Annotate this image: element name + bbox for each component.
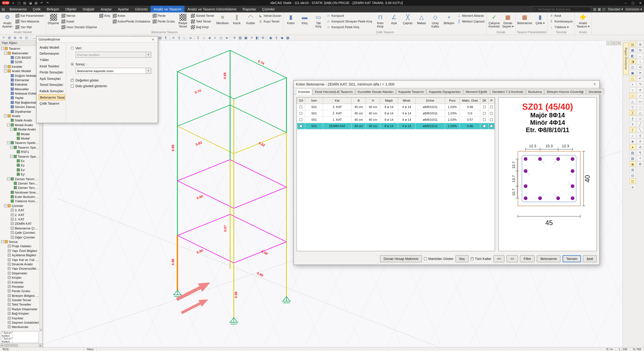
right-tool-icon[interactable]: ↷	[637, 82, 643, 87]
tree-item[interactable]: Kabuklar	[0, 82, 39, 87]
ribbon-button[interactable]: ▮Kolon	[284, 13, 298, 30]
checkbox[interactable]	[483, 112, 486, 114]
ribbon-button[interactable]: ∥Kazık	[230, 13, 244, 30]
right-tool-icon[interactable]: ⊖	[637, 47, 643, 53]
report-preview-tab[interactable]: Rapor Önizleme	[623, 42, 628, 75]
ribbon-button[interactable]: ✓Çalışma Kontrolü	[487, 13, 501, 30]
veri-combo[interactable]: Eleman kesitleri ▼	[76, 52, 151, 58]
scroll-down-icon[interactable]: ▼	[40, 328, 42, 332]
open-icon[interactable]: ▤	[22, 1, 27, 5]
tree-item[interactable]: −Sonuç	[0, 240, 39, 244]
command-search[interactable]: ○˖	[532, 6, 591, 12]
tab-denklem-7-3-kontrol-[interactable]: Denklem 7.3 Kontrolü	[490, 88, 526, 94]
tree-item[interactable]: Perdeler	[0, 284, 39, 289]
minimize-button[interactable]: ─	[606, 41, 611, 45]
section-plane-icon[interactable]: ◧	[254, 35, 260, 40]
tree-item[interactable]: Modal'	[0, 136, 39, 141]
maximize-button[interactable]: ▢	[629, 0, 636, 6]
ucs-icon[interactable]: ⌂	[201, 35, 206, 40]
close-icon[interactable]: ✕	[150, 38, 156, 41]
vis-list-item[interactable]: Çelik Tasarım	[38, 100, 65, 107]
tree-item[interactable]: Rijit Bağlantılar	[0, 100, 39, 105]
vis-list-item[interactable]: Yükler	[38, 57, 65, 63]
previous-button[interactable]: <<	[494, 255, 505, 262]
right-tool-icon[interactable]: ▦	[630, 47, 636, 53]
display-icon[interactable]: ▦	[598, 7, 601, 11]
right-tool-icon[interactable]: ╲	[637, 127, 643, 132]
right-tool-icon[interactable]: ✕	[637, 87, 643, 92]
viewports-icon[interactable]: ◫	[602, 7, 606, 11]
area-icon[interactable]: Σ	[196, 35, 201, 40]
checkbox[interactable]	[483, 124, 486, 127]
dialog-title-bar[interactable]: Kolon Betonarme - ZEMİN KAT, S01, minimu…	[294, 80, 600, 88]
table-row[interactable]: S01ZEMİN KAT45 cm40 cm8 ø 144 ø 14ø8/8/1…	[297, 123, 494, 129]
select-icon[interactable]: ⌖	[1, 35, 6, 40]
hscroll-thumb[interactable]	[4, 344, 18, 347]
right-tool-icon[interactable]: ▤	[630, 42, 636, 47]
tree-item[interactable]: Modal	[0, 132, 39, 136]
right-tool-icon[interactable]: ↶	[637, 76, 643, 81]
column-header[interactable]: P	[488, 98, 494, 104]
checkbox[interactable]	[483, 118, 486, 121]
tree-item[interactable]: Döşemeler	[0, 271, 39, 275]
tab-birle-im-kesme-g-venli-i[interactable]: Birleşim Kesme Güvenliği	[544, 88, 586, 94]
tree-item[interactable]: RSF1	[0, 150, 39, 154]
tree-item[interactable]: Kolonlar	[0, 280, 39, 284]
vis-list-item[interactable]: Kesit Tesirleri	[38, 63, 65, 69]
tree-item[interactable]: Perde Grubu	[0, 289, 39, 293]
collapse-icon[interactable]: −	[10, 128, 13, 131]
select-button[interactable]: Seç	[455, 255, 468, 262]
right-tool-icon[interactable]: ○	[630, 87, 636, 92]
right-tool-icon[interactable]: ◈	[630, 138, 636, 144]
zoom-extents-icon[interactable]: ⊡	[24, 35, 29, 40]
tree-item[interactable]: Açıklama Bilgileri	[0, 253, 39, 258]
menu-item[interactable]: Raporlar	[240, 6, 259, 12]
menu-icon[interactable]: ≡	[11, 1, 16, 5]
column-header[interactable]: B	[352, 98, 366, 104]
close-button[interactable]: ✕	[636, 0, 644, 6]
ribbon-button[interactable]: ▮Çelik ▾	[533, 13, 547, 30]
menu-item[interactable]: Objeler	[62, 6, 80, 12]
shade-icon[interactable]: ◐	[213, 35, 218, 40]
checkbox[interactable]	[490, 118, 493, 121]
zoom-window-icon[interactable]: ⊞	[7, 35, 12, 40]
solid-icon[interactable]: ◆	[280, 35, 285, 40]
tree-item[interactable]: Yapı Kat ve Yük Bilgileri	[0, 258, 39, 262]
right-tool-icon[interactable]: ⊕	[637, 42, 643, 47]
tree-item[interactable]: Ey	[0, 163, 39, 168]
right-tool-icon[interactable]: Σ	[630, 127, 636, 132]
collapse-icon[interactable]: −	[7, 141, 10, 144]
tree-item[interactable]: Ex	[0, 159, 39, 163]
tree-item[interactable]: Kazıklar	[0, 316, 39, 320]
tree-item[interactable]: −Tasarım	[0, 46, 39, 51]
ribbon-button[interactable]: ⚙Analiz Ayarları	[1, 13, 14, 30]
right-tool-icon[interactable]: ◫	[630, 64, 636, 70]
tree-item[interactable]: Proje Hataları	[0, 244, 39, 248]
filter-button[interactable]: Filtre	[520, 255, 535, 262]
vis-list-item[interactable]: Aşık Sonuçları	[38, 76, 65, 82]
right-tool-icon[interactable]: ▭	[637, 98, 643, 104]
ribbon-button[interactable]: Yeni Malzeme	[14, 18, 45, 24]
menu-item[interactable]: Analiz ve Tasarım	[151, 6, 184, 12]
menu-item[interactable]: Çizimler	[259, 6, 278, 12]
right-tool-icon[interactable]: ↔	[637, 53, 643, 58]
checkbox[interactable]	[490, 124, 493, 127]
right-tool-icon[interactable]: ◇	[637, 116, 643, 121]
ribbon-button[interactable]: ╳Merkezi Çaprazlı	[456, 18, 486, 24]
tree-item[interactable]: 1. KAT	[0, 217, 39, 222]
ribbon-button[interactable]: Döşeme	[46, 13, 60, 30]
ribbon-button[interactable]: ◣İstinat Duvarı	[258, 13, 282, 18]
ribbon-button[interactable]: △Makas	[415, 13, 428, 30]
column-header[interactable]: İsim	[305, 98, 323, 104]
ribbon-button[interactable]: Nervür	[60, 13, 98, 18]
ribbon-button[interactable]: Kolon/Perde Zımbalama	[112, 18, 151, 24]
checkbox[interactable]	[300, 124, 302, 127]
menu-item[interactable]: Ayarlar	[115, 6, 132, 12]
tree-item[interactable]: −Analiz Modeli	[0, 69, 39, 73]
ok-button[interactable]: Tamam	[563, 255, 581, 262]
column-header[interactable]: Majör	[380, 98, 398, 104]
right-tool-icon[interactable]: ⌖	[637, 156, 643, 161]
tab-donat-lar[interactable]: Donatılar	[586, 88, 604, 94]
tree-item[interactable]: Yapı Düzensizlikleri	[0, 266, 39, 271]
ribbon-button[interactable]: ΣKombinasyon	[548, 18, 574, 24]
